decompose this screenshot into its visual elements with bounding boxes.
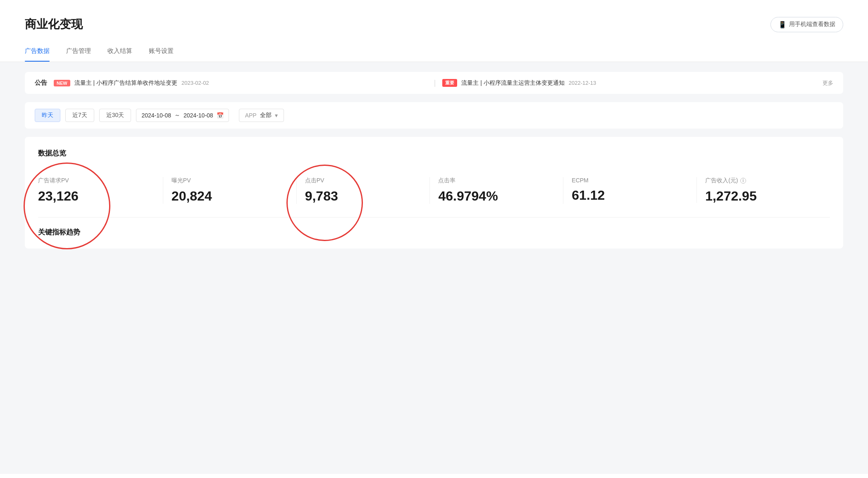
date-from: 2024-10-08 xyxy=(141,112,171,119)
btn-30days[interactable]: 近30天 xyxy=(99,109,131,122)
data-overview-title: 数据总览 xyxy=(38,148,830,158)
tabs-bar: 广告数据 广告管理 收入结算 账号设置 xyxy=(0,41,868,62)
tab-ad-management[interactable]: 广告管理 xyxy=(66,41,91,62)
metric-click-pv: 点击PV 9,783 xyxy=(297,177,430,204)
date-range-picker[interactable]: 2024-10-08 ～ 2024-10-08 📅 xyxy=(136,109,229,122)
metrics-row: 广告请求PV 23,126 曝光PV 20,824 点击PV 9,783 xyxy=(38,177,830,204)
ann-date-1: 2023-02-02 xyxy=(181,80,209,86)
btn-yesterday[interactable]: 昨天 xyxy=(35,109,60,122)
header-area: 商业化变现 📱 用手机端查看数据 xyxy=(0,0,868,41)
metric-value-ad-request-pv: 23,126 xyxy=(38,189,155,204)
calendar-icon: 📅 xyxy=(217,112,224,119)
ann-text-1[interactable]: 流量主 | 小程序广告结算单收件地址变更 xyxy=(74,79,177,87)
tab-ad-data[interactable]: 广告数据 xyxy=(25,41,50,62)
chevron-down-icon: ▾ xyxy=(275,112,278,119)
announcement-label: 公告 xyxy=(35,79,47,87)
mobile-icon: 📱 xyxy=(778,21,787,29)
mobile-view-button[interactable]: 📱 用手机端查看数据 xyxy=(770,17,843,32)
ann-date-2: 2022-12-13 xyxy=(569,80,596,86)
metric-label-ad-request-pv: 广告请求PV xyxy=(38,177,155,184)
metric-ad-request-pv: 广告请求PV 23,126 xyxy=(38,177,163,204)
tab-revenue-settlement[interactable]: 收入结算 xyxy=(107,41,132,62)
badge-important: 重要 xyxy=(442,79,457,87)
metric-value-ecpm: 61.12 xyxy=(572,188,688,203)
info-icon[interactable]: ℹ xyxy=(740,178,746,184)
metric-value-ad-revenue: 1,272.95 xyxy=(705,189,822,204)
metric-value-click-rate: 46.9794% xyxy=(438,189,555,204)
metric-label-exposure-pv: 曝光PV xyxy=(172,177,288,184)
metric-label-click-rate: 点击率 xyxy=(438,177,555,184)
filter-bar: 昨天 近7天 近30天 2024-10-08 ～ 2024-10-08 📅 AP… xyxy=(25,102,843,129)
badge-new: NEW xyxy=(54,80,70,86)
tab-account-settings[interactable]: 账号设置 xyxy=(149,41,174,62)
metric-label-click-pv: 点击PV xyxy=(305,177,422,184)
app-selector[interactable]: APP 全部 ▾ xyxy=(239,109,284,122)
page-title: 商业化变现 xyxy=(25,17,83,32)
mobile-btn-label: 用手机端查看数据 xyxy=(789,21,835,28)
data-panel: 数据总览 广告请求PV 23,126 曝光PV xyxy=(25,137,843,249)
app-value: 全部 xyxy=(260,112,272,119)
announcement-item-2: 重要 流量主 | 小程序流量主运营主体变更通知 2022-12-13 xyxy=(442,79,816,87)
metric-click-rate: 点击率 46.9794% xyxy=(430,177,563,204)
metric-ad-revenue: 广告收入(元) ℹ 1,272.95 xyxy=(697,177,830,204)
metric-ecpm: ECPM 61.12 xyxy=(563,177,697,203)
metric-exposure-pv: 曝光PV 20,824 xyxy=(163,177,297,204)
btn-7days[interactable]: 近7天 xyxy=(65,109,94,122)
ann-divider: | xyxy=(434,79,436,87)
announcement-item-1: NEW 流量主 | 小程序广告结算单收件地址变更 2023-02-02 xyxy=(54,79,427,87)
ann-text-2[interactable]: 流量主 | 小程序流量主运营主体变更通知 xyxy=(461,79,564,87)
date-to: 2024-10-08 xyxy=(184,112,213,119)
date-range-separator: ～ xyxy=(174,112,180,119)
metric-value-click-pv: 9,783 xyxy=(305,189,422,204)
content-area: 公告 NEW 流量主 | 小程序广告结算单收件地址变更 2023-02-02 |… xyxy=(0,62,868,474)
metric-label-ecpm: ECPM xyxy=(572,177,688,184)
metric-label-ad-revenue: 广告收入(元) ℹ xyxy=(705,177,822,184)
announcement-bar: 公告 NEW 流量主 | 小程序广告结算单收件地址变更 2023-02-02 |… xyxy=(25,72,843,94)
app-label: APP xyxy=(245,112,257,119)
more-link[interactable]: 更多 xyxy=(823,79,833,87)
page-container: 商业化变现 📱 用手机端查看数据 广告数据 广告管理 收入结算 账号设置 公告 … xyxy=(0,0,868,478)
metrics-wrapper: 广告请求PV 23,126 曝光PV 20,824 点击PV 9,783 xyxy=(38,170,830,204)
key-metrics-title: 关键指标趋势 xyxy=(38,217,830,237)
metric-value-exposure-pv: 20,824 xyxy=(172,189,288,204)
